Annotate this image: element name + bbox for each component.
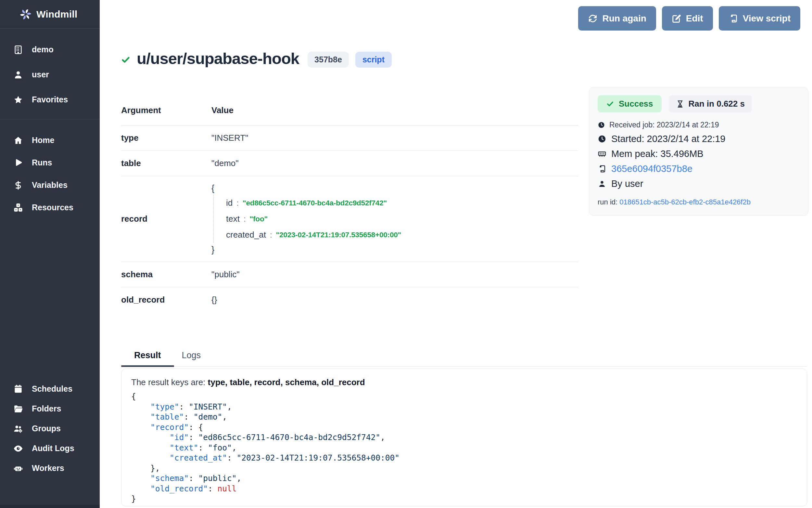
value-column-header: Value xyxy=(211,105,234,115)
app-logo[interactable]: Windmill xyxy=(0,0,100,29)
edit-button[interactable]: Edit xyxy=(662,6,713,31)
arguments-table: Argument Value type "INSERT" table "demo… xyxy=(121,97,578,312)
record-key: id xyxy=(226,198,233,208)
app-name: Windmill xyxy=(36,9,77,20)
record-separator: : xyxy=(236,199,239,208)
building-icon xyxy=(13,45,23,55)
sidebar-item-label: Favorites xyxy=(32,95,68,104)
sidebar-item-label: Variables xyxy=(32,180,67,190)
sidebar-item-variables[interactable]: Variables xyxy=(0,174,100,196)
run-id-link[interactable]: 018651cb-ac5b-62cb-efb2-c85a1e426f2b xyxy=(619,198,751,206)
tab-logs[interactable]: Logs xyxy=(174,346,209,366)
robot-icon xyxy=(13,463,23,473)
record-separator: : xyxy=(270,230,272,240)
sidebar-item-label: Schedules xyxy=(32,384,73,393)
memory-icon xyxy=(598,150,607,158)
scroll-icon xyxy=(728,14,738,24)
arg-name: table xyxy=(121,158,211,168)
record-value: "ed86c5cc-6711-4670-bc4a-bd2c9d52f742" xyxy=(243,199,387,207)
sidebar-item-workspace-demo[interactable]: demo xyxy=(0,37,100,62)
record-entry-id: id : "ed86c5cc-6711-4670-bc4a-bd2c9d52f7… xyxy=(226,195,401,211)
record-open-brace: { xyxy=(211,182,401,194)
arg-name: old_record xyxy=(121,295,211,305)
sidebar-item-groups[interactable]: Groups xyxy=(0,419,100,438)
sidebar-item-label: Groups xyxy=(32,424,61,433)
started-label: Started: 2023/2/14 at 22:19 xyxy=(611,134,726,144)
sidebar-item-folders[interactable]: Folders xyxy=(0,399,100,419)
script-hash-badge: 357b8e xyxy=(307,52,349,68)
duration-label: Ran in 0.622 s xyxy=(688,99,745,109)
result-keys-list: type, table, record, schema, old_record xyxy=(208,377,365,387)
edit-icon xyxy=(672,14,681,24)
script-hash-row: 365e6094f0357b8e xyxy=(598,164,800,174)
user-icon xyxy=(598,179,607,188)
tab-result[interactable]: Result xyxy=(121,346,174,366)
record-value: "foo" xyxy=(250,215,268,223)
mem-peak-label: Mem peak: 35.496MB xyxy=(611,149,704,159)
sidebar-item-favorites[interactable]: Favorites xyxy=(0,87,100,112)
result-keys-line: The result keys are: type, table, record… xyxy=(131,377,797,387)
hourglass-icon xyxy=(676,100,684,108)
sidebar-main-group: Home Runs Variables Resources xyxy=(0,119,100,219)
scroll-icon xyxy=(598,164,607,173)
sidebar-item-label: Audit Logs xyxy=(32,443,75,453)
sidebar-item-home[interactable]: Home xyxy=(0,129,100,152)
run-info-card: Success Ran in 0.622 s Received job: 202… xyxy=(589,87,808,216)
check-icon xyxy=(606,100,614,108)
home-icon xyxy=(13,135,23,145)
success-check-icon xyxy=(121,55,130,65)
run-id-row: run id: 018651cb-ac5b-62cb-efb2-c85a1e42… xyxy=(598,198,800,206)
duration-badge: Ran in 0.622 s xyxy=(669,95,752,113)
script-hash-link[interactable]: 365e6094f0357b8e xyxy=(611,164,692,174)
status-badge: Success xyxy=(598,95,662,113)
arg-value: "demo" xyxy=(211,158,239,168)
sidebar-item-runs[interactable]: Runs xyxy=(0,152,100,174)
sidebar-item-audit-logs[interactable]: Audit Logs xyxy=(0,438,100,458)
groups-icon xyxy=(13,424,23,433)
arg-value: {} xyxy=(211,295,217,305)
table-row-schema: schema "public" xyxy=(121,262,578,287)
windmill-logo-icon xyxy=(19,8,32,20)
table-row-old-record: old_record {} xyxy=(121,287,578,312)
result-panel: The result keys are: type, table, record… xyxy=(121,369,807,506)
view-script-button[interactable]: View script xyxy=(719,6,800,31)
sidebar-item-workers[interactable]: Workers xyxy=(0,458,100,478)
arg-value: "INSERT" xyxy=(211,133,248,143)
sidebar-item-label: Home xyxy=(32,135,54,145)
view-script-label: View script xyxy=(743,13,791,24)
sidebar-item-label: Runs xyxy=(32,158,52,167)
arguments-table-header: Argument Value xyxy=(121,97,578,125)
record-entry-created-at: created_at : "2023-02-14T21:19:07.535658… xyxy=(226,227,401,243)
sidebar-item-label: Workers xyxy=(32,463,64,473)
arg-value: "public" xyxy=(211,269,239,280)
sidebar-item-resources[interactable]: Resources xyxy=(0,196,100,219)
folder-icon xyxy=(13,404,23,414)
sidebar-item-user[interactable]: user xyxy=(0,62,100,87)
page-header: u/user/supabase-hook 357b8e script xyxy=(121,49,392,68)
star-icon xyxy=(13,95,23,104)
status-row: Success Ran in 0.622 s xyxy=(598,95,800,113)
clock-icon xyxy=(598,121,605,129)
run-again-button[interactable]: Run again xyxy=(578,6,656,31)
table-row-record: record { id : "ed86c5cc-6711-4670-bc4a-b… xyxy=(121,176,578,262)
arg-name: type xyxy=(121,133,211,143)
edit-label: Edit xyxy=(686,13,703,24)
record-json-tree[interactable]: { id : "ed86c5cc-6711-4670-bc4a-bd2c9d52… xyxy=(211,182,401,256)
record-key: created_at xyxy=(226,230,266,240)
page-title: u/user/supabase-hook xyxy=(137,49,299,68)
dollar-icon xyxy=(13,180,23,190)
sidebar-item-label: demo xyxy=(32,45,54,54)
sidebar-item-schedules[interactable]: Schedules xyxy=(0,379,100,399)
sidebar-workspace-group: demo user Favorites xyxy=(0,29,100,112)
by-user-label: By user xyxy=(611,178,643,189)
calendar-icon xyxy=(13,384,23,394)
record-entries: id : "ed86c5cc-6711-4670-bc4a-bd2c9d52f7… xyxy=(213,195,401,243)
user-icon xyxy=(13,70,23,80)
table-row-table: table "demo" xyxy=(121,151,578,176)
record-close-brace: } xyxy=(211,244,401,256)
sidebar-item-label: user xyxy=(32,70,49,79)
status-label: Success xyxy=(619,99,653,109)
eye-icon xyxy=(13,443,23,453)
cubes-icon xyxy=(13,203,23,213)
record-entry-text: text : "foo" xyxy=(226,211,401,227)
